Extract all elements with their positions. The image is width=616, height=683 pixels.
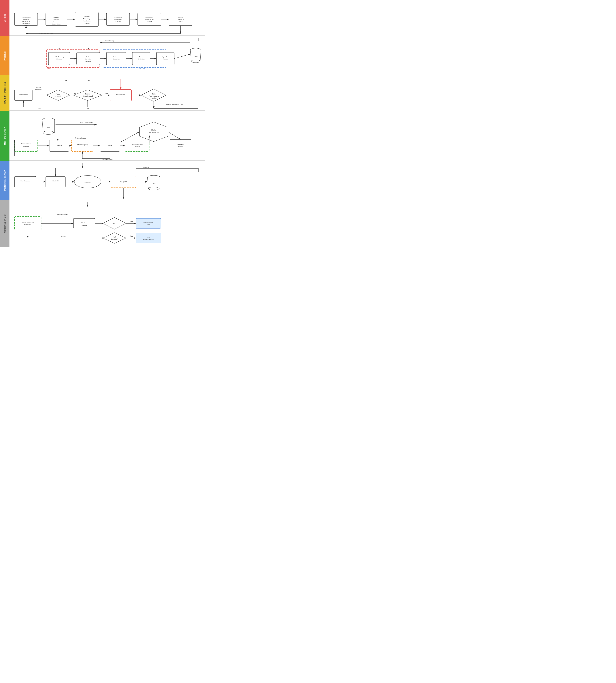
svg-text:New Requests: New Requests bbox=[21, 180, 30, 182]
svg-text:Min-Max: Min-Max bbox=[82, 222, 87, 224]
svg-text:Drift?: Drift? bbox=[112, 223, 116, 224]
phase-prototype-label: Prototype bbox=[0, 36, 9, 75]
svg-text:Clustering: Clustering bbox=[113, 58, 119, 60]
svg-text:Products for: Products for bbox=[177, 18, 184, 20]
prototype-svg: Output Saving GCS DVC MLFlow bbox=[11, 38, 204, 77]
svg-text:Yes: Yes bbox=[73, 92, 76, 94]
svg-text:Prediction: Prediction bbox=[85, 181, 91, 183]
svg-text:Training Image: Training Image bbox=[75, 137, 86, 139]
svg-rect-155 bbox=[46, 176, 65, 187]
deployment-row: Logging New Requests Flask API Predictio… bbox=[9, 161, 205, 200]
svg-text:No: No bbox=[65, 80, 67, 81]
svg-text:No: No bbox=[87, 80, 90, 81]
svg-text:Unsupervised: Unsupervised bbox=[114, 18, 123, 20]
svg-text:Clusters: Clusters bbox=[178, 21, 183, 22]
prototype-row: Output Saving GCS DVC MLFlow bbox=[9, 36, 205, 75]
svg-rect-75 bbox=[15, 90, 32, 101]
svg-text:Silhouette: Silhouette bbox=[177, 144, 184, 145]
svg-text:Yes: Yes bbox=[105, 92, 108, 94]
svg-text:Customer: Customer bbox=[23, 18, 29, 20]
svg-text:Logging: Logging bbox=[143, 166, 149, 168]
svg-text:Recency,: Recency, bbox=[84, 16, 90, 18]
svg-text:Serving: Serving bbox=[108, 145, 112, 146]
svg-text:Test Modules: Test Modules bbox=[19, 93, 27, 95]
svg-text:Latency: Latency bbox=[60, 236, 66, 238]
svg-rect-183 bbox=[136, 218, 161, 228]
svg-rect-170 bbox=[15, 217, 41, 230]
tdd-svg: No No Test Modules GitHub Workflow Tests… bbox=[11, 77, 204, 113]
svg-text:Data: Data bbox=[152, 93, 155, 95]
svg-text:K-Means: K-Means bbox=[113, 56, 119, 58]
svg-text:Output Saving: Output Saving bbox=[105, 40, 114, 42]
svg-text:GCS: GCS bbox=[47, 126, 50, 128]
svg-text:Data Cleaning: Data Cleaning bbox=[54, 56, 64, 58]
svg-text:Preprocessing: Preprocessing bbox=[149, 95, 159, 97]
svg-text:DVC: DVC bbox=[47, 68, 51, 70]
svg-text:instance: instance bbox=[23, 145, 29, 147]
svg-text:Purchase &: Purchase & bbox=[22, 21, 30, 22]
svg-text:Vertex AI Predict: Vertex AI Predict bbox=[132, 144, 143, 145]
svg-text:Data: Data bbox=[147, 224, 150, 225]
scoping-row: Data Sources: Customer Purchase & Demogr… bbox=[9, 0, 205, 36]
phase-monitoring-label: Monitoring on GCP bbox=[0, 200, 9, 247]
svg-text:Visualizations: Visualizations bbox=[149, 132, 159, 133]
svg-text:No: No bbox=[87, 108, 89, 109]
svg-point-43 bbox=[191, 60, 200, 63]
svg-text:Redevelop Model: Redevelop Model bbox=[143, 239, 154, 240]
svg-text:Artifacts Registry: Artifacts Registry bbox=[77, 144, 88, 146]
phase-tdd-label: TDD & Preprocessing bbox=[0, 75, 9, 111]
svg-line-69 bbox=[174, 54, 190, 59]
svg-text:Recommender: Recommender bbox=[145, 18, 154, 20]
svg-text:GCS: GCS bbox=[152, 183, 155, 184]
svg-text:Demographic: Demographic bbox=[22, 23, 30, 24]
svg-text:Pipeline: Pipeline bbox=[151, 97, 157, 99]
svg-text:Feature Values: Feature Values bbox=[57, 213, 68, 215]
svg-text:Dashboard: Dashboard bbox=[24, 224, 31, 225]
svg-text:Big Query: Big Query bbox=[120, 181, 127, 182]
svg-text:Feature: Feature bbox=[86, 56, 91, 58]
svg-text:Analysis: Analysis bbox=[178, 146, 183, 148]
svg-point-108 bbox=[43, 131, 53, 134]
modeling-row: GCS Loads Latest Model Vertex AI Train i… bbox=[9, 111, 205, 161]
svg-text:Validator: Validator bbox=[82, 224, 87, 226]
svg-text:HyperOps: HyperOps bbox=[162, 56, 169, 58]
phase-scoping-label: Scoping bbox=[0, 0, 9, 36]
scoping-svg: Data Sources: Customer Purchase & Demogr… bbox=[11, 2, 204, 38]
svg-text:Upload Processed Data: Upload Processed Data bbox=[166, 104, 183, 105]
svg-text:Business: Business bbox=[53, 17, 59, 18]
phase-modeling-label: Modeling on GCP bbox=[0, 111, 9, 161]
svg-text:Customer: Customer bbox=[53, 21, 60, 23]
svg-text:Cluster: Cluster bbox=[151, 129, 156, 131]
svg-text:Monetization: Monetization bbox=[83, 20, 91, 22]
svg-rect-134 bbox=[170, 139, 191, 152]
svg-text:Personalized: Personalized bbox=[145, 16, 153, 18]
svg-text:Vertex AI Train: Vertex AI Train bbox=[21, 143, 31, 145]
svg-text:Training: Training bbox=[57, 145, 62, 146]
svg-rect-90 bbox=[110, 89, 131, 101]
svg-marker-80 bbox=[47, 90, 70, 101]
svg-rect-119 bbox=[72, 140, 93, 151]
svg-text:Tuning: Tuning bbox=[163, 58, 168, 60]
svg-rect-129 bbox=[125, 140, 149, 151]
svg-text:Analysis: Analysis bbox=[84, 22, 89, 24]
svg-text:No: No bbox=[38, 108, 41, 109]
diagram-container: Scoping Prototype TDD & Preprocessing Mo… bbox=[0, 0, 205, 247]
deployment-svg: Logging New Requests Flask API Predictio… bbox=[11, 163, 204, 202]
svg-rect-152 bbox=[15, 176, 36, 187]
svg-text:Docker: Docker bbox=[85, 93, 90, 95]
svg-text:Passed: Passed bbox=[56, 95, 61, 97]
svg-text:Latency?: Latency? bbox=[111, 238, 118, 240]
svg-text:Data Sources:: Data Sources: bbox=[22, 16, 31, 18]
svg-text:Clustering: Clustering bbox=[115, 21, 121, 22]
svg-text:Looker Monitoring: Looker Monitoring bbox=[22, 221, 34, 223]
svg-text:Builds Passed: Builds Passed bbox=[83, 95, 93, 97]
svg-text:System: System bbox=[147, 21, 152, 22]
phase-labels: Scoping Prototype TDD & Preprocessing Mo… bbox=[0, 0, 9, 247]
svg-point-165 bbox=[149, 187, 159, 190]
svg-line-137 bbox=[168, 132, 180, 139]
svg-text:GitHub: GitHub bbox=[36, 87, 41, 89]
monitoring-svg: Looker Monitoring Dashboard Feature Valu… bbox=[11, 202, 204, 247]
svg-text:Airflow DAGS: Airflow DAGS bbox=[116, 93, 125, 95]
monitoring-row: Looker Monitoring Dashboard Feature Valu… bbox=[9, 200, 205, 247]
svg-rect-193 bbox=[136, 233, 161, 243]
